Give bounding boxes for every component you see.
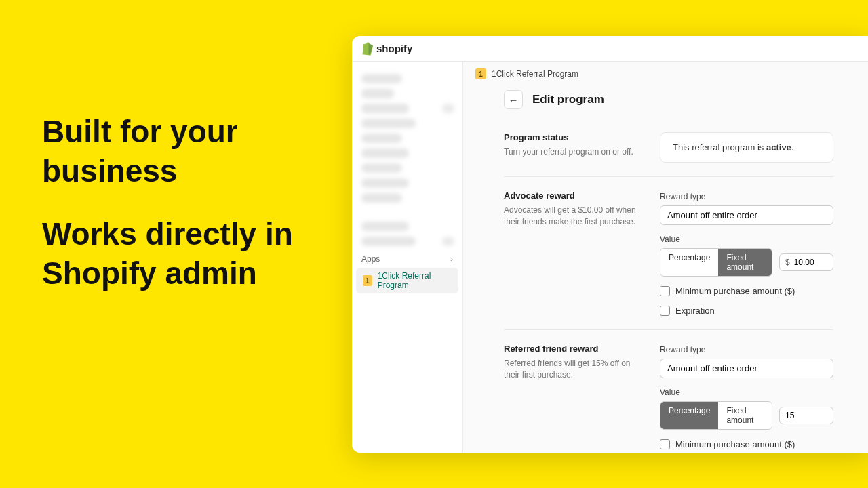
- reward-type-label: Reward type: [660, 192, 833, 201]
- value-label: Value: [660, 235, 833, 244]
- hero-text: Built for your business Works directly i…: [42, 113, 327, 317]
- status-state: active: [766, 142, 791, 152]
- section-desc: Advocates will get a $10.00 off when the…: [504, 205, 639, 228]
- min-purchase-label: Minimum purchase amount ($): [675, 439, 795, 449]
- hero-line-1: Built for your business: [42, 113, 327, 190]
- sidebar-blur-item: [361, 104, 409, 113]
- sidebar-blur-item: [361, 89, 394, 98]
- seg-fixed-amount[interactable]: Fixed amount: [718, 402, 772, 429]
- app-badge-icon: 1: [363, 275, 372, 286]
- section-desc: Referred friends will get 15% off on the…: [504, 358, 639, 381]
- sidebar-blur-item: [361, 193, 402, 203]
- topbar: shopify: [352, 36, 868, 62]
- min-purchase-label: Minimum purchase amount ($): [675, 286, 795, 296]
- advocate-expiration-row: Expiration: [660, 306, 833, 316]
- advocate-min-purchase-row: Minimum purchase amount ($): [660, 286, 833, 296]
- advocate-value-mode-segment: Percentage Fixed amount: [660, 248, 772, 277]
- sidebar-apps-header[interactable]: Apps ›: [352, 251, 462, 266]
- sidebar-blur-item: [361, 74, 402, 83]
- page-header: ← Edit program: [463, 86, 868, 119]
- value-label: Value: [660, 388, 833, 397]
- page-title: Edit program: [532, 93, 604, 106]
- sidebar-blur-item: [361, 119, 416, 128]
- friend-min-purchase-row: Minimum purchase amount ($): [660, 439, 833, 449]
- status-card: This referral program is active.: [660, 132, 833, 163]
- apps-label: Apps: [361, 254, 380, 264]
- shopify-logo: shopify: [361, 42, 412, 56]
- select-value: Amount off entire order: [667, 210, 757, 220]
- friend-reward-type-select[interactable]: Amount off entire order: [660, 359, 833, 378]
- sidebar-item-1click[interactable]: 1 1Click Referral Program: [356, 268, 458, 293]
- sidebar-blur-item: [361, 163, 402, 173]
- min-purchase-checkbox[interactable]: [660, 286, 670, 296]
- sidebar-blur-item: [361, 148, 409, 158]
- brand-text: shopify: [376, 43, 412, 54]
- friend-value-mode-segment: Percentage Fixed amount: [660, 401, 772, 430]
- section-title: Advocate reward: [504, 190, 639, 201]
- section-advocate-reward: Advocate reward Advocates will get a $10…: [504, 176, 833, 329]
- arrow-left-icon: ←: [509, 94, 519, 106]
- advocate-amount-input[interactable]: $ 10.00: [779, 253, 833, 271]
- advocate-reward-type-select[interactable]: Amount off entire order: [660, 205, 833, 225]
- app-badge-icon: 1: [475, 68, 486, 79]
- sidebar-blur-item: [361, 134, 402, 143]
- section-program-status: Program status Turn your referral progra…: [504, 119, 833, 176]
- expiration-checkbox[interactable]: [660, 306, 670, 316]
- sidebar: Apps › 1 1Click Referral Program: [352, 62, 463, 453]
- sidebar-blur-item: [361, 237, 416, 246]
- select-value: Amount off entire order: [667, 363, 757, 373]
- section-desc: Turn your referral program on or off.: [504, 146, 639, 158]
- breadcrumb-app-name: 1Click Referral Program: [492, 69, 578, 79]
- amount-value: 10.00: [794, 258, 814, 267]
- currency-prefix: $: [785, 258, 790, 267]
- sidebar-blur-item: [361, 222, 409, 231]
- content-area: 1 1Click Referral Program ← Edit program…: [463, 62, 868, 453]
- section-title: Program status: [504, 132, 639, 142]
- status-message-pre: This referral program is: [673, 142, 766, 152]
- app-item-label: 1Click Referral Program: [378, 271, 452, 290]
- back-button[interactable]: ←: [504, 90, 523, 109]
- seg-fixed-amount[interactable]: Fixed amount: [718, 249, 772, 276]
- min-purchase-checkbox[interactable]: [660, 439, 670, 449]
- amount-value: 15: [785, 411, 794, 420]
- breadcrumb: 1 1Click Referral Program: [463, 62, 868, 86]
- hero-line-2: Works directly in Shopify admin: [42, 215, 327, 293]
- seg-percentage[interactable]: Percentage: [660, 402, 718, 429]
- shopify-bag-icon: [361, 42, 374, 56]
- section-title: Referred friend reward: [504, 344, 639, 354]
- reward-type-label: Reward type: [660, 345, 833, 354]
- seg-percentage[interactable]: Percentage: [660, 249, 718, 276]
- expiration-label: Expiration: [675, 306, 715, 316]
- admin-window: shopify Apps › 1 1Click Referral Program: [352, 36, 868, 453]
- chevron-right-icon: ›: [450, 254, 453, 264]
- friend-amount-input[interactable]: 15: [779, 407, 833, 424]
- section-friend-reward: Referred friend reward Referred friends …: [504, 329, 833, 453]
- sidebar-blur-item: [361, 178, 409, 188]
- status-message-post: .: [791, 142, 794, 152]
